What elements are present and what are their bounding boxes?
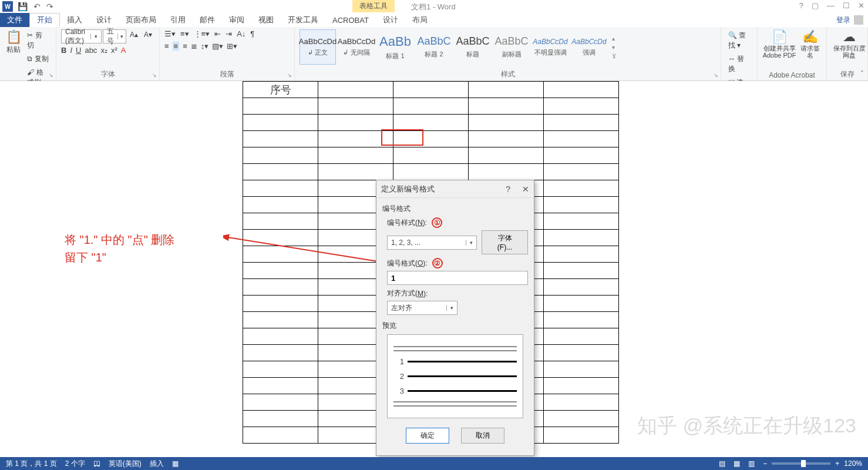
cancel-button[interactable]: 取消: [461, 428, 504, 444]
table-cell[interactable]: [544, 328, 619, 345]
zoom-slider[interactable]: [772, 462, 830, 465]
table-cell[interactable]: 序号: [243, 82, 318, 98]
dialog-launcher-icon[interactable]: ↘: [287, 72, 292, 78]
table-cell[interactable]: [393, 147, 469, 164]
style-item[interactable]: AaBb标题 1: [377, 29, 413, 65]
fontcolor-button[interactable]: A: [121, 46, 126, 55]
replace-button[interactable]: ↔ 替换: [726, 53, 752, 75]
tab-file[interactable]: 文件: [0, 13, 29, 27]
table-cell[interactable]: [318, 131, 393, 147]
zoom-in-icon[interactable]: +: [835, 459, 839, 468]
table-cell[interactable]: [544, 230, 619, 246]
number-format-input[interactable]: [387, 271, 528, 285]
dialog-launcher-icon[interactable]: ↘: [152, 72, 157, 78]
bullets-button[interactable]: ☰▾: [164, 29, 176, 38]
table-cell[interactable]: [243, 131, 318, 147]
table-cell[interactable]: [318, 115, 393, 131]
status-lang[interactable]: 英语(美国): [109, 459, 142, 469]
status-page[interactable]: 第 1 页，共 1 页: [6, 459, 57, 469]
view-readmode-icon[interactable]: ▤: [719, 459, 725, 468]
view-print-icon[interactable]: ▦: [734, 459, 740, 468]
table-cell[interactable]: [544, 345, 619, 361]
table-cell[interactable]: [393, 131, 469, 147]
style-item[interactable]: AaBbCcDd↲ 无间隔: [338, 29, 375, 65]
table-cell[interactable]: [243, 213, 318, 230]
status-words[interactable]: 2 个字: [65, 459, 85, 469]
table-cell[interactable]: [544, 411, 619, 427]
table-cell[interactable]: [393, 115, 469, 131]
strike-button[interactable]: abc: [85, 46, 97, 55]
align-left-button[interactable]: ≡: [164, 42, 169, 51]
ribbon-opts-icon[interactable]: ▢: [812, 1, 819, 10]
table-cell[interactable]: [469, 98, 544, 115]
status-insert[interactable]: 插入: [150, 459, 164, 469]
cut-button[interactable]: ✂ 剪切: [25, 29, 51, 52]
align-right-button[interactable]: ≡: [183, 42, 187, 51]
tab-mailings[interactable]: 邮件: [193, 13, 222, 27]
underline-button[interactable]: U: [76, 46, 81, 55]
font-name-combo[interactable]: Calibri (西文)▾: [61, 29, 102, 43]
table-cell[interactable]: [393, 98, 469, 115]
table-cell[interactable]: [243, 361, 318, 378]
dialog-launcher-icon[interactable]: ↘: [714, 72, 718, 78]
styles-up-icon[interactable]: ▴: [612, 35, 616, 42]
alignment-combo[interactable]: 左对齐 ▾: [387, 301, 457, 315]
showmarks-button[interactable]: ¶: [250, 29, 254, 38]
table-cell[interactable]: [544, 131, 619, 147]
table-cell[interactable]: [243, 394, 318, 411]
table-cell[interactable]: [544, 427, 619, 444]
minimize-icon[interactable]: —: [827, 1, 835, 10]
table-cell[interactable]: [544, 246, 619, 263]
grow-font-icon[interactable]: A▴: [127, 29, 140, 43]
tab-references[interactable]: 引用: [163, 13, 193, 27]
table-cell[interactable]: [393, 164, 469, 180]
table-cell[interactable]: [544, 263, 619, 279]
number-style-combo[interactable]: 1, 2, 3, ... ▾: [387, 236, 477, 250]
ok-button[interactable]: 确定: [406, 428, 449, 444]
borders-button[interactable]: ⊞▾: [227, 42, 237, 51]
table-cell[interactable]: [544, 115, 619, 131]
justify-button[interactable]: ≣: [191, 42, 197, 51]
tab-acrobat[interactable]: ACROBAT: [325, 13, 376, 27]
table-cell[interactable]: [544, 147, 619, 164]
sort-button[interactable]: A↓: [237, 29, 245, 38]
multilevel-button[interactable]: ⋮≡▾: [194, 29, 210, 38]
dialog-title-bar[interactable]: 定义新编号格式 ? ✕: [376, 180, 534, 198]
table-cell[interactable]: [243, 328, 318, 345]
table-cell[interactable]: [544, 98, 619, 115]
style-item[interactable]: AaBbCcDd强调: [571, 29, 607, 65]
table-cell[interactable]: [243, 115, 318, 131]
dialog-help-icon[interactable]: ?: [506, 184, 510, 194]
table-cell[interactable]: [544, 279, 619, 296]
redo-icon[interactable]: ↷: [46, 2, 53, 11]
table-cell[interactable]: [544, 164, 619, 180]
tab-table-design[interactable]: 设计: [376, 13, 405, 27]
table-cell[interactable]: [243, 279, 318, 296]
table-cell[interactable]: [544, 82, 619, 98]
help-icon[interactable]: ?: [799, 1, 803, 10]
font-size-combo[interactable]: 五号▾: [103, 29, 126, 43]
table-cell[interactable]: [318, 82, 393, 98]
save-icon[interactable]: 💾: [18, 2, 28, 11]
table-cell[interactable]: [243, 98, 318, 115]
tab-table-layout[interactable]: 布局: [405, 13, 435, 27]
table-cell[interactable]: [544, 378, 619, 394]
view-web-icon[interactable]: ▥: [748, 459, 755, 468]
tab-design[interactable]: 设计: [89, 13, 119, 27]
table-cell[interactable]: [243, 197, 318, 213]
linespacing-button[interactable]: ↕▾: [201, 42, 209, 51]
table-cell[interactable]: [243, 378, 318, 394]
table-cell[interactable]: [544, 296, 619, 312]
table-cell[interactable]: [544, 180, 619, 197]
table-cell[interactable]: [544, 197, 619, 213]
table-cell[interactable]: [469, 82, 544, 98]
indent-button[interactable]: ⇥: [226, 29, 232, 38]
status-lang-icon[interactable]: 🕮: [93, 459, 100, 468]
style-item[interactable]: AaBbC标题 2: [416, 29, 452, 65]
outdent-button[interactable]: ⇤: [214, 29, 221, 38]
requestsign-button[interactable]: ✍ 请求签名: [799, 29, 822, 59]
subscript-button[interactable]: x₂: [100, 46, 107, 55]
superscript-button[interactable]: x²: [111, 46, 117, 55]
shrink-font-icon[interactable]: A▾: [142, 29, 154, 43]
dialog-close-icon[interactable]: ✕: [522, 184, 529, 194]
